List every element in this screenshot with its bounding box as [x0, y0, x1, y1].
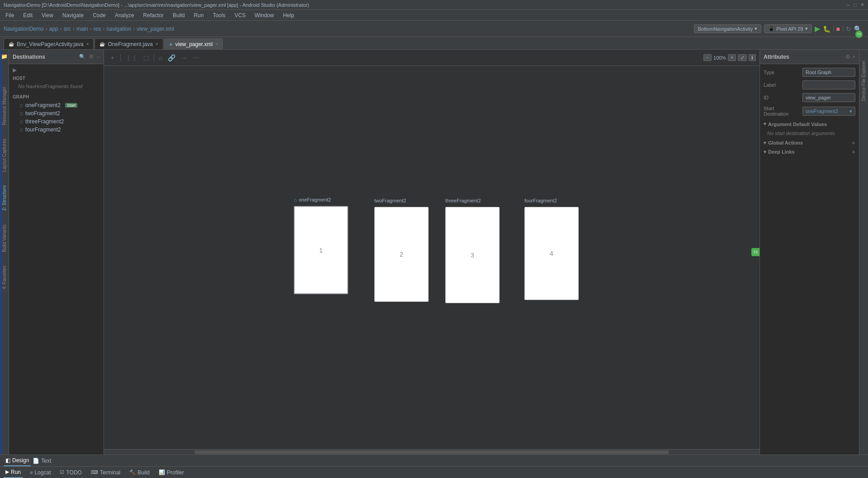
breadcrumb-item-file[interactable]: view_pager.xml: [137, 26, 174, 32]
favorites-label[interactable]: 4: Favorites: [2, 266, 7, 289]
breadcrumb-item-project[interactable]: NavigationDemo: [4, 26, 44, 32]
dest-item-twofragment2[interactable]: □ twoFragment2: [13, 109, 100, 117]
run-config-selector[interactable]: BottomNavigationActivity ▾: [694, 24, 762, 33]
tab-label-onefragment: OneFragment.java: [108, 41, 152, 47]
multi-select-btn[interactable]: ⬚: [142, 53, 151, 62]
structure-label[interactable]: 2: Structure: [2, 185, 7, 211]
prop-row-id: ID view_pager: [764, 93, 855, 102]
zoom-info-btn[interactable]: ℹ: [749, 54, 756, 61]
breadcrumb-item-app[interactable]: app: [49, 26, 58, 32]
fragment-card-3[interactable]: 3: [445, 207, 500, 303]
build-tab[interactable]: 🔨 Build: [127, 467, 151, 478]
tab-close-onefragment[interactable]: ×: [156, 42, 158, 47]
destinations-search-icon[interactable]: 🔍: [79, 54, 85, 60]
build-variants-label[interactable]: Build Variants: [2, 225, 7, 252]
link-btn[interactable]: 🔗: [166, 53, 177, 62]
layout-captures-label[interactable]: Layout Captures: [2, 139, 7, 172]
add-global-action-btn[interactable]: +: [852, 140, 855, 146]
maximize-btn[interactable]: □: [854, 2, 857, 8]
fragment-card-1[interactable]: 1: [294, 206, 348, 294]
terminal-tab[interactable]: ⌨ Terminal: [89, 467, 122, 478]
menu-refactor[interactable]: Refactor: [140, 11, 167, 19]
fit-screen-btn[interactable]: ⤢: [738, 54, 747, 61]
menu-tools[interactable]: Tools: [209, 11, 229, 19]
nav-bar: NavigationDemo › app › src › main › res …: [0, 21, 868, 37]
menu-navigate[interactable]: Navigate: [59, 11, 87, 19]
sync-btn[interactable]: ↻: [846, 25, 851, 33]
section-toggle-deeplinks[interactable]: ▾: [764, 149, 766, 155]
close-btn[interactable]: ✕: [860, 2, 864, 8]
prop-id-value[interactable]: view_pager: [802, 93, 855, 102]
menu-run[interactable]: Run: [190, 11, 208, 19]
section-toggle-args[interactable]: ▾: [764, 121, 766, 127]
menu-build[interactable]: Build: [169, 11, 189, 19]
dest-item-threefragment2[interactable]: □ threeFragment2: [13, 117, 100, 126]
add-deep-link-btn[interactable]: +: [852, 149, 855, 155]
resource-manager-label[interactable]: Resource Manager: [2, 87, 7, 125]
tab-onefragment[interactable]: ☕ OneFragment.java ×: [94, 38, 163, 49]
fragment-card-4[interactable]: 4: [524, 207, 579, 300]
stop-btn[interactable]: ■: [836, 25, 840, 33]
tab-close-bnv[interactable]: ×: [86, 42, 89, 47]
menu-analyze[interactable]: Analyze: [111, 11, 138, 19]
section-toggle-global[interactable]: ▾: [764, 140, 766, 146]
dest-item-fourfragment2[interactable]: □ fourFragment2: [13, 126, 100, 134]
canvas-scrollbar[interactable]: [104, 449, 760, 455]
prop-gear-icon[interactable]: ⚙: [845, 54, 850, 60]
menu-file[interactable]: File: [2, 11, 18, 19]
debug-btn[interactable]: 🐛: [823, 25, 830, 33]
dest-label-2: twoFragment2: [25, 110, 60, 117]
device-selector[interactable]: 📱 Pixel API 28 ▾: [764, 24, 811, 33]
scrollbar-thumb[interactable]: [194, 450, 669, 454]
prop-startdest-value[interactable]: oneFragment2 ▾: [802, 107, 855, 116]
action-btn[interactable]: →: [179, 53, 189, 62]
menu-help[interactable]: Help: [279, 11, 298, 19]
canvas-area[interactable]: ＋ ⋮⋮ ⬚ ⌂ 🔗 → ⋯ − 100% + ⤢ ℹ ⌂ oneFragmen…: [104, 50, 760, 455]
menu-code[interactable]: Code: [89, 11, 109, 19]
prop-label-value[interactable]: [802, 80, 855, 89]
tab-bnv[interactable]: ☕ Bnv_ViewPagerActivity.java ×: [4, 38, 94, 49]
device-file-explorer-label[interactable]: Device File Explorer: [861, 61, 866, 101]
run-btn[interactable]: ▶: [815, 24, 820, 33]
logcat-tab[interactable]: ≡ Logcat: [28, 467, 52, 478]
more-btn[interactable]: ⋯: [191, 53, 201, 62]
menu-view[interactable]: View: [38, 11, 57, 19]
profiler-label: Profiler: [167, 469, 184, 476]
expand-icon[interactable]: ▶: [13, 67, 17, 73]
tab-viewpager[interactable]: ◈ view_pager.xml ×: [164, 38, 223, 49]
run-tab[interactable]: ▶ Run: [4, 467, 23, 478]
destinations-content: ▶ HOST No NavHostFragments found GRAPH □…: [9, 64, 104, 455]
todo-tab[interactable]: ☑ TODO: [58, 467, 83, 478]
minimize-btn[interactable]: ─: [847, 2, 850, 8]
breadcrumb-item-res[interactable]: res: [94, 26, 101, 32]
prop-label-label: Label: [764, 82, 800, 88]
add-destination-btn[interactable]: ＋: [108, 53, 118, 63]
notification-indicator[interactable]: 72: [751, 248, 760, 256]
fragment-icon-1: □: [20, 103, 23, 108]
auto-arrange-btn[interactable]: ⋮⋮: [123, 53, 140, 62]
fragment-card-2[interactable]: 2: [374, 207, 429, 302]
prop-close-icon[interactable]: ×: [852, 54, 855, 60]
tab-design[interactable]: ◧ Design: [4, 455, 31, 466]
fragment-header-above-1: ⌂ oneFragment2: [294, 197, 331, 202]
breadcrumb-item-main[interactable]: main: [76, 26, 88, 32]
destinations-settings-icon[interactable]: ⚙: [89, 54, 94, 60]
tab-text[interactable]: 📄 Text: [31, 455, 53, 466]
profiler-tab[interactable]: 📊 Profiler: [157, 467, 186, 478]
dest-item-onefragment2[interactable]: □ oneFragment2 Start: [13, 101, 100, 109]
tab-close-viewpager[interactable]: ×: [215, 42, 218, 47]
notification-badge[interactable]: 72: [855, 31, 863, 38]
zoom-out-btn[interactable]: −: [703, 54, 712, 61]
home-btn[interactable]: ⌂: [157, 53, 164, 62]
menu-window[interactable]: Window: [251, 11, 278, 19]
menu-edit[interactable]: Edit: [19, 11, 36, 19]
design-tab-label: Design: [12, 457, 29, 464]
zoom-in-btn[interactable]: +: [728, 54, 736, 61]
breadcrumb-item-src[interactable]: src: [64, 26, 71, 32]
menu-vcs[interactable]: VCS: [231, 11, 250, 19]
fragment-title-1: oneFragment2: [299, 197, 331, 202]
breadcrumb-item-navigation[interactable]: navigation: [106, 26, 131, 32]
project-icon[interactable]: 📁: [1, 53, 8, 60]
dest-label-1: oneFragment2: [25, 102, 61, 108]
destinations-collapse-icon[interactable]: −: [97, 54, 100, 60]
